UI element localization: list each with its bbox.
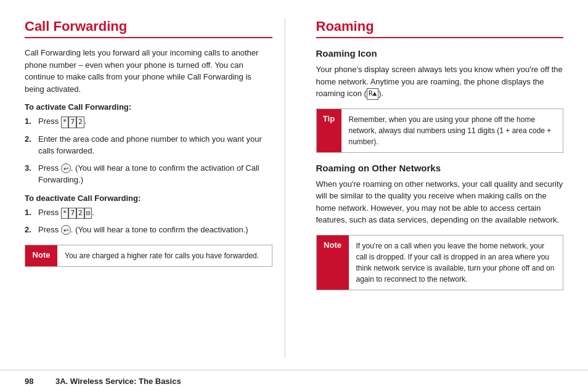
activate-steps: 1. Press *72. 2. Enter the area code and… xyxy=(25,115,272,186)
activate-step-1: 1. Press *72. xyxy=(25,115,272,128)
page: Call Forwarding Call Forwarding lets you… xyxy=(0,0,588,392)
step-text-2: Enter the area code and phone number to … xyxy=(38,133,272,157)
key-2-d: 2 xyxy=(76,208,84,219)
key-2: 2 xyxy=(76,116,84,128)
roaming-icon-text-before: Your phone's display screen always lets … xyxy=(316,65,563,98)
step-text-d2: Press ↩. (You will hear a tone to confir… xyxy=(38,224,272,236)
right-column: Roaming Roaming Icon Your phone's displa… xyxy=(310,18,564,357)
footer: 98 3A. Wireless Service: The Basics xyxy=(0,370,588,392)
call-forwarding-intro: Call Forwarding lets you forward all you… xyxy=(25,47,272,95)
call-icon-deactivate: ↩ xyxy=(61,225,71,235)
key-7: 7 xyxy=(68,116,76,128)
left-note-content: You are charged a higher rate for calls … xyxy=(57,245,272,266)
roaming-icon-symbol: R▲ xyxy=(367,88,378,100)
activate-label: To activate Call Forwarding: xyxy=(25,102,272,112)
step-text-3: Press ↩. (You will hear a tone to confir… xyxy=(38,162,272,186)
step-num-3: 3. xyxy=(25,162,38,174)
deactivate-step-2: 2. Press ↩. (You will hear a tone to con… xyxy=(25,224,272,236)
key-7-d: 7 xyxy=(68,208,76,219)
key-end-d: ⊡ xyxy=(84,208,92,219)
activate-step-2: 2. Enter the area code and phone number … xyxy=(25,133,272,157)
step-num-1: 1. xyxy=(25,115,38,128)
roaming-icon-subtitle: Roaming Icon xyxy=(316,48,564,59)
deactivate-step-1: 1. Press *72⊡. xyxy=(25,206,272,219)
right-note-content: If you're on a call when you leave the h… xyxy=(349,235,563,290)
deactivate-label: To deactivate Call Forwarding: xyxy=(25,194,272,203)
left-note-label: Note xyxy=(25,245,57,266)
key-star-d: * xyxy=(61,208,69,219)
roaming-icon-text: Your phone's display screen always lets … xyxy=(316,63,564,100)
footer-page-number: 98 xyxy=(25,377,49,386)
call-icon-activate: ↩ xyxy=(61,163,71,173)
left-column: Call Forwarding Call Forwarding lets you… xyxy=(25,18,285,357)
call-forwarding-title: Call Forwarding xyxy=(25,18,272,38)
deactivate-steps: 1. Press *72⊡. 2. Press ↩. (You will hea… xyxy=(25,206,272,236)
activate-step-3: 3. Press ↩. (You will hear a tone to con… xyxy=(25,162,272,186)
step-text-1: Press *72. xyxy=(38,115,272,128)
step-text-d1: Press *72⊡. xyxy=(38,206,272,219)
other-networks-text: When you're roaming on other networks, y… xyxy=(316,178,564,226)
step-num-d1: 1. xyxy=(25,206,38,219)
right-note-box: Note If you're on a call when you leave … xyxy=(316,235,564,290)
roaming-title: Roaming xyxy=(316,18,564,38)
left-note-box: Note You are charged a higher rate for c… xyxy=(25,245,272,267)
tip-box: Tip Remember, when you are using your ph… xyxy=(316,108,564,153)
step-num-2: 2. xyxy=(25,133,38,145)
right-note-label: Note xyxy=(317,235,349,290)
footer-section-label: 3A. Wireless Service: The Basics xyxy=(55,377,181,386)
key-star: * xyxy=(61,116,69,128)
tip-content: Remember, when you are using your phone … xyxy=(341,109,563,152)
roaming-icon-text-after: ). xyxy=(378,89,383,98)
other-networks-subtitle: Roaming on Other Networks xyxy=(316,163,564,173)
step-num-d2: 2. xyxy=(25,224,38,236)
content-area: Call Forwarding Call Forwarding lets you… xyxy=(0,0,588,370)
tip-label: Tip xyxy=(317,109,341,152)
